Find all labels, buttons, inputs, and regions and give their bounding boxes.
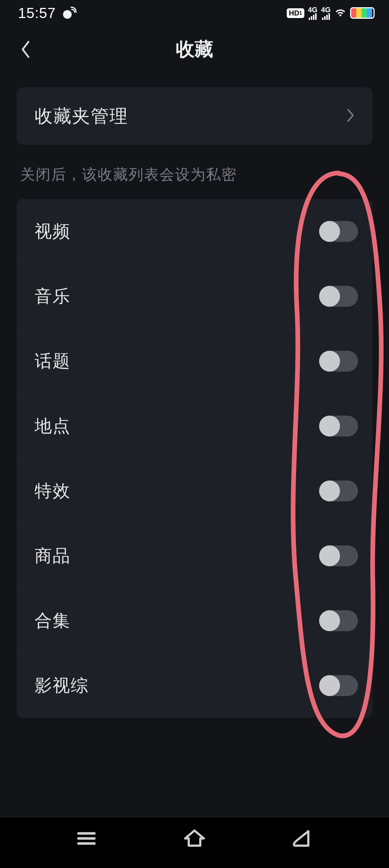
toggle-row-collection: 合集 <box>17 588 372 653</box>
status-right: HD1 4G 4G <box>287 6 375 20</box>
nav-home-button[interactable] <box>182 825 207 853</box>
signal-bars-2-icon <box>322 13 330 20</box>
toggle-collection[interactable] <box>319 610 358 631</box>
home-icon <box>182 825 207 851</box>
favorites-management-label: 收藏夹管理 <box>35 104 128 128</box>
toggle-product[interactable] <box>319 545 358 566</box>
status-time: 15:57 <box>18 5 56 21</box>
toggle-label: 影视综 <box>35 674 89 697</box>
status-left: 15:57 <box>18 5 77 21</box>
toggle-label: 音乐 <box>35 285 71 308</box>
toggle-knob-icon <box>319 480 340 501</box>
toggle-label: 话题 <box>35 350 71 373</box>
back-button[interactable] <box>14 39 36 60</box>
hd-badge-icon: HD1 <box>287 8 304 18</box>
signal-bars-icon <box>309 13 317 20</box>
toggle-media[interactable] <box>319 675 358 696</box>
battery-icon <box>350 7 375 19</box>
toggle-row-video: 视频 <box>17 199 372 264</box>
wifi-icon <box>334 6 346 20</box>
page-title: 收藏 <box>176 37 213 62</box>
weibo-icon <box>62 6 77 20</box>
status-bar: 15:57 HD1 4G 4G <box>0 0 389 26</box>
hamburger-icon <box>73 825 99 851</box>
toggle-topic[interactable] <box>319 351 358 372</box>
nav-recent-button[interactable] <box>73 825 99 853</box>
favorites-management-row[interactable]: 收藏夹管理 <box>17 87 372 145</box>
network-label: 4G <box>308 6 318 13</box>
toggle-label: 地点 <box>35 415 71 438</box>
toggle-knob-icon <box>319 221 340 242</box>
toggle-knob-icon <box>319 351 340 372</box>
toggle-place[interactable] <box>319 416 358 437</box>
toggle-knob-icon <box>319 675 340 696</box>
toggle-knob-icon <box>319 545 340 566</box>
toggle-knob-icon <box>319 416 340 437</box>
page-header: 收藏 <box>0 26 389 73</box>
signal-2-icon: 4G <box>321 6 331 20</box>
toggle-effect[interactable] <box>319 480 358 501</box>
toggle-label: 视频 <box>35 220 71 243</box>
back-chevron-icon <box>20 40 31 58</box>
signal-1-icon: 4G <box>308 6 318 20</box>
toggle-row-topic: 话题 <box>17 329 372 394</box>
privacy-hint: 关闭后，该收藏列表会设为私密 <box>17 145 372 199</box>
hd-sub: 1 <box>299 10 302 16</box>
content: 收藏夹管理 关闭后，该收藏列表会设为私密 视频 音乐 话题 地点 特效 商品 <box>0 73 389 718</box>
android-nav-bar <box>0 818 389 868</box>
toggle-row-place: 地点 <box>17 394 372 459</box>
back-nav-icon <box>290 825 316 851</box>
toggle-video[interactable] <box>319 221 358 242</box>
chevron-right-icon <box>346 108 354 124</box>
toggle-label: 商品 <box>35 544 71 567</box>
toggle-label: 特效 <box>35 479 71 502</box>
toggle-row-effect: 特效 <box>17 459 372 523</box>
hd-label: HD <box>289 9 299 17</box>
svg-point-0 <box>63 10 72 19</box>
nav-back-button[interactable] <box>290 825 316 853</box>
toggle-row-media: 影视综 <box>17 653 372 718</box>
toggle-label: 合集 <box>35 609 71 632</box>
toggle-list: 视频 音乐 话题 地点 特效 商品 合集 影视综 <box>17 199 372 718</box>
toggle-knob-icon <box>319 286 340 307</box>
toggle-row-product: 商品 <box>17 523 372 588</box>
toggle-row-music: 音乐 <box>17 264 372 329</box>
toggle-music[interactable] <box>319 286 358 307</box>
network-label-2: 4G <box>321 6 331 13</box>
toggle-knob-icon <box>319 610 340 631</box>
